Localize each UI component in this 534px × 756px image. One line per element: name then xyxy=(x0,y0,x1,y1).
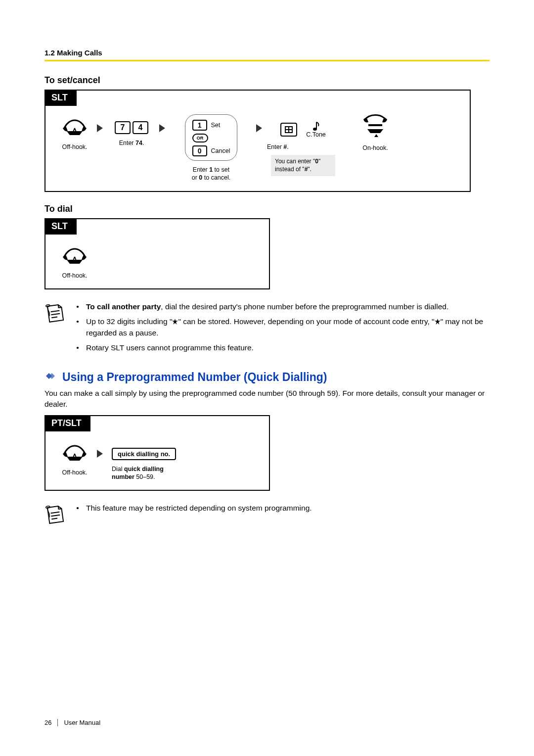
note1-bullet1: • To call another party, dial the desire… xyxy=(75,301,490,312)
t: or xyxy=(192,174,199,181)
t: To call another party xyxy=(86,302,161,311)
diagram1-tab: SLT xyxy=(45,91,77,106)
quick-dial-no-label: quick dialling no. xyxy=(112,448,176,460)
t: . xyxy=(287,143,288,150)
t: You can enter " xyxy=(275,158,315,165)
step-offhook-caption: Off-hook. xyxy=(62,272,87,280)
t: ". xyxy=(308,166,312,173)
t: to cancel. xyxy=(202,174,230,181)
t: , dial the desired party's phone number … xyxy=(161,302,448,311)
diagram2-tab: SLT xyxy=(45,219,77,235)
options-caption: Enter 1 to set or 0 to cancel. xyxy=(192,166,231,182)
key-0: 0 xyxy=(192,145,207,156)
tip-box: You can enter "0" instead of "#". xyxy=(271,155,335,176)
diamond-icon xyxy=(44,372,57,382)
t: number xyxy=(112,473,134,480)
notes-block-1: • To call another party, dial the desire… xyxy=(44,301,490,358)
arrow-icon xyxy=(159,124,166,132)
set-label: Set xyxy=(211,122,221,129)
enter-74-caption: Enter 74. xyxy=(119,139,144,147)
cancel-label: Cancel xyxy=(211,147,230,154)
note-icon xyxy=(44,504,66,527)
t: quick dialling xyxy=(124,466,164,472)
feature-title: Using a Preprogrammed Number (Quick Dial… xyxy=(62,371,327,384)
breadcrumb: 1.2 Making Calls xyxy=(44,48,490,57)
onhook-icon xyxy=(361,113,389,139)
t: This feature may be restricted depending… xyxy=(86,503,312,514)
hash-icon xyxy=(282,124,295,136)
section2-title: To dial xyxy=(44,204,490,214)
t: 50–59. xyxy=(134,473,155,480)
star-icon xyxy=(435,319,441,325)
note2-bullet1: • This feature may be restricted dependi… xyxy=(75,503,490,514)
t: . xyxy=(142,140,144,146)
page-number: 26 xyxy=(44,719,58,726)
note-icon xyxy=(44,302,66,358)
set-cancel-group: 1 Set OR 0 Cancel xyxy=(185,114,238,161)
t: 74 xyxy=(135,140,142,146)
t: Dial xyxy=(112,466,124,472)
diagram3-tab: PT/SLT xyxy=(45,416,90,431)
doc-title: User Manual xyxy=(64,719,100,726)
star-icon xyxy=(172,319,178,325)
ctone-label: C.Tone xyxy=(306,131,326,138)
step-offhook-caption: Off-hook. xyxy=(62,469,87,476)
step-onhook-caption: On-hook. xyxy=(362,144,388,152)
feature-heading: Using a Preprogrammed Number (Quick Dial… xyxy=(44,371,490,384)
t: Enter xyxy=(267,143,283,150)
t: Enter xyxy=(119,140,135,146)
t: Rotary SLT users cannot programme this f… xyxy=(86,342,254,353)
music-note-icon xyxy=(312,121,320,131)
section1-title: To set/cancel xyxy=(44,75,490,86)
header-rule xyxy=(44,60,490,61)
step-offhook-caption: Off-hook. xyxy=(62,143,87,151)
t: " can be stored. However, depending on y… xyxy=(178,317,434,326)
t: 0 xyxy=(315,158,318,165)
key-1: 1 xyxy=(192,120,207,131)
arrow-icon xyxy=(97,450,104,458)
key-4: 4 xyxy=(133,121,148,134)
diagram-quick-dial: PT/SLT Off-hook. quick dialling no. Dial… xyxy=(44,415,270,491)
hash-caption: Enter #. xyxy=(267,143,289,151)
t: to set xyxy=(213,166,229,173)
page-footer: 26 User Manual xyxy=(44,719,100,726)
or-pill: OR xyxy=(192,134,208,142)
diagram-dial: SLT Off-hook. xyxy=(44,218,270,289)
quick-dial-caption: Dial quick dialling number 50–59. xyxy=(112,465,164,481)
t: Enter xyxy=(193,166,209,173)
offhook-icon xyxy=(61,242,89,267)
diagram-set-cancel: SLT Off-hook. 7 4 Enter 74. xyxy=(44,90,471,192)
hash-key xyxy=(280,123,297,137)
note1-bullet3: • Rotary SLT users cannot programme this… xyxy=(75,342,490,353)
notes-block-2: • This feature may be restricted dependi… xyxy=(44,503,490,527)
arrow-icon xyxy=(256,124,263,132)
offhook-icon xyxy=(61,113,89,138)
note1-bullet2: • Up to 32 digits including "" can be st… xyxy=(75,316,490,338)
arrow-icon xyxy=(97,124,104,132)
feature-intro: You can make a call simply by using the … xyxy=(44,388,490,410)
t: Up to 32 digits including " xyxy=(86,317,172,326)
offhook-icon xyxy=(61,439,89,464)
key-7: 7 xyxy=(115,121,131,134)
